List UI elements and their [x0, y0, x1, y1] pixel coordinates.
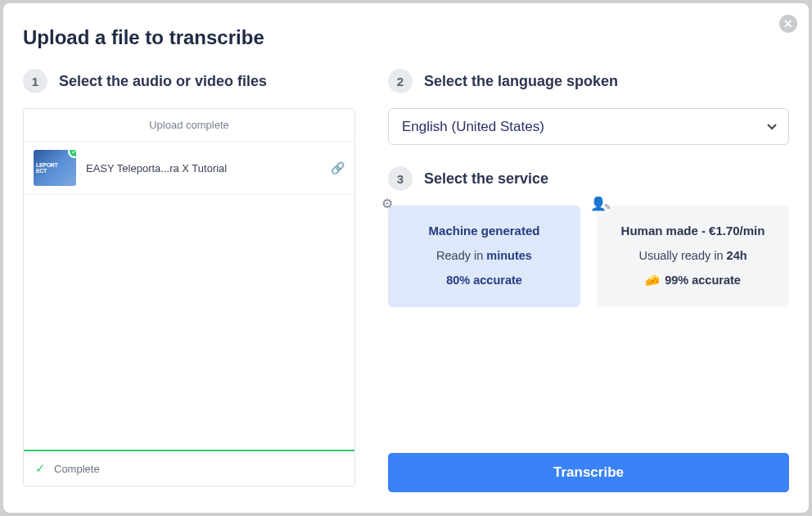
service-card-machine[interactable]: ⚙ Machine generated Ready in minutes 80%…	[388, 206, 580, 307]
person-edit-icon: 👤✎	[590, 196, 613, 211]
gear-icon: ⚙	[381, 196, 393, 211]
machine-title: Machine generated	[398, 224, 571, 238]
columns: 1 Select the audio or video files Upload…	[23, 69, 789, 492]
step2-title: Select the language spoken	[424, 73, 618, 90]
complete-row: ✓ Complete	[24, 451, 354, 486]
machine-accuracy: 80% accurate	[398, 274, 571, 287]
check-glyph: ✓	[71, 150, 76, 156]
human-accuracy-text: 99% accurate	[665, 274, 741, 287]
machine-ready-prefix: Ready in	[436, 249, 486, 262]
step2-badge: 2	[388, 69, 413, 93]
machine-ready: Ready in minutes	[398, 249, 571, 262]
cheese-icon: 🧀	[645, 274, 660, 287]
link-icon[interactable]: 🔗	[331, 161, 345, 174]
close-glyph: ✕	[783, 17, 793, 30]
step1-badge: 1	[23, 69, 47, 93]
service-card-human[interactable]: 👤✎ Human made - €1.70/min Usually ready …	[597, 206, 789, 307]
modal-title: Upload a file to transcribe	[23, 26, 789, 49]
step3-section: 3 Select the service ⚙ Machine generated…	[388, 166, 789, 307]
step3-badge: 3	[388, 166, 413, 191]
service-cards: ⚙ Machine generated Ready in minutes 80%…	[388, 206, 789, 307]
transcribe-button[interactable]: Transcribe	[388, 453, 789, 492]
human-title: Human made - €1.70/min	[607, 224, 779, 238]
step2-header: 2 Select the language spoken	[388, 69, 789, 93]
language-select[interactable]: English (United States)	[388, 108, 789, 145]
pencil-glyph: ✎	[604, 202, 611, 211]
step1-title: Select the audio or video files	[59, 73, 267, 90]
link-glyph: 🔗	[331, 161, 345, 174]
thumb-line1: LEPORT	[36, 162, 76, 168]
left-column: 1 Select the audio or video files Upload…	[23, 69, 355, 492]
machine-ready-bold: minutes	[486, 249, 532, 262]
human-ready-bold: 24h	[727, 249, 747, 262]
check-icon: ✓	[68, 150, 76, 158]
step1-header: 1 Select the audio or video files	[23, 69, 355, 93]
human-ready: Usually ready in 24h	[607, 249, 779, 262]
step3-title: Select the service	[424, 170, 548, 188]
complete-check-icon: ✓	[35, 461, 46, 476]
file-row[interactable]: LEPORT ECT ✓ EASY Teleporta...ra X Tutor…	[24, 142, 354, 195]
upload-box: Upload complete LEPORT ECT ✓ EASY Telepo…	[23, 108, 355, 487]
file-name: EASY Teleporta...ra X Tutorial	[86, 162, 321, 174]
human-accuracy: 🧀99% accurate	[607, 274, 779, 287]
complete-label: Complete	[54, 463, 100, 475]
human-ready-prefix: Usually ready in	[638, 249, 726, 262]
upload-modal: ✕ Upload a file to transcribe 1 Select t…	[3, 3, 809, 513]
upload-status: Upload complete	[24, 109, 354, 142]
upload-spacer	[24, 195, 354, 450]
thumb-line2: ECT	[36, 168, 76, 174]
file-thumbnail: LEPORT ECT ✓	[34, 150, 76, 186]
right-column: 2 Select the language spoken English (Un…	[388, 69, 789, 492]
step3-header: 3 Select the service	[388, 166, 789, 191]
close-icon[interactable]: ✕	[779, 15, 797, 33]
